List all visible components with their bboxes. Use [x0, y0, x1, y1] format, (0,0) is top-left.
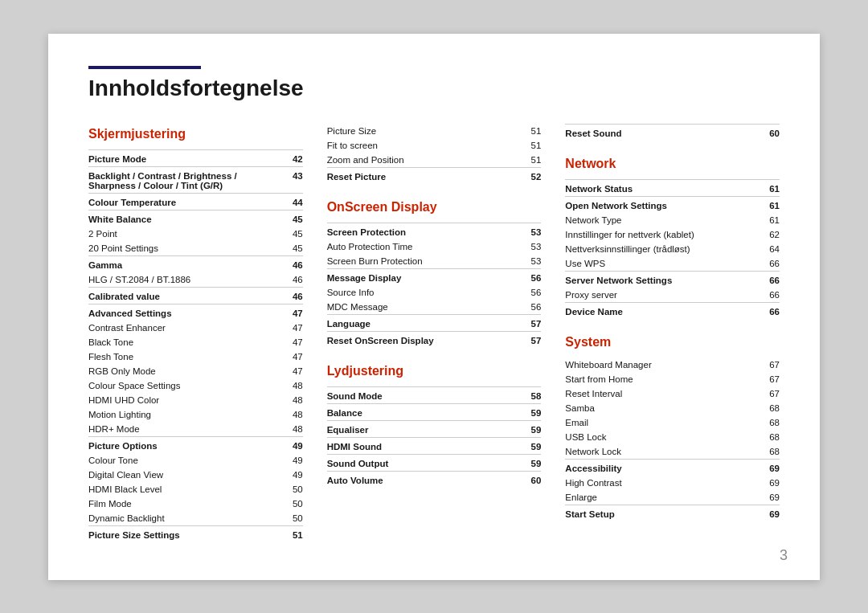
table-row: Picture Size51	[327, 124, 542, 138]
toc-item-page: 47	[284, 349, 303, 364]
table-row: HDMI Sound59	[327, 437, 542, 454]
toc-item-label: Enlarge	[565, 490, 740, 505]
toc-item-page: 59	[490, 437, 542, 454]
toc-item-label: Picture Options	[88, 436, 284, 453]
toc-columns: Skjermjustering Picture Mode42Backlight …	[88, 124, 780, 542]
col3-table2: Whiteboard Manager67Start from Home67Res…	[565, 358, 780, 521]
table-row: Auto Protection Time53	[327, 239, 542, 254]
table-row: Start from Home67	[565, 372, 780, 386]
toc-item-page: 66	[751, 288, 780, 303]
table-row: 2 Point45	[88, 227, 303, 241]
table-row: Network Type61	[565, 213, 780, 227]
toc-item-page: 50	[284, 482, 303, 497]
toc-item-label: Open Network Settings	[565, 196, 751, 213]
toc-item-page: 68	[740, 415, 780, 430]
column-3: Reset Sound60 Network Network Status61Op…	[565, 124, 780, 542]
table-row: Language57	[327, 314, 542, 331]
toc-item-page: 56	[509, 268, 542, 285]
toc-item-page: 48	[284, 407, 303, 422]
table-row: Fit to screen51	[327, 138, 542, 153]
section-lydjustering: Lydjustering	[327, 364, 542, 378]
toc-item-label: Network Type	[565, 213, 751, 227]
toc-item-page: 44	[284, 193, 303, 210]
toc-item-label: Contrast Enhancer	[88, 321, 284, 335]
toc-item-page: 52	[498, 167, 541, 184]
toc-item-page: 67	[740, 386, 780, 401]
table-row: Dynamic Backlight50	[88, 511, 303, 526]
toc-item-label: Network Status	[565, 179, 751, 196]
toc-item-label: Calibrated value	[88, 287, 284, 304]
toc-item-page: 50	[284, 497, 303, 511]
toc-item-page: 61	[751, 179, 780, 196]
table-row: Colour Temperature44	[88, 193, 303, 210]
toc-item-page: 45	[284, 210, 303, 227]
table-row: Zoom and Position51	[327, 153, 542, 168]
toc-item-page: 56	[509, 300, 542, 315]
section-system: System	[565, 335, 780, 349]
toc-item-label: Nettverksinnstillinger (trådløst)	[565, 242, 751, 256]
column-2: Picture Size51Fit to screen51Zoom and Po…	[327, 124, 566, 542]
toc-item-label: Black Tone	[88, 335, 284, 349]
toc-item-label: Reset OnScreen Display	[327, 331, 509, 348]
toc-item-label: Picture Mode	[88, 149, 284, 166]
col1-table: Picture Mode42Backlight / Contrast / Bri…	[88, 149, 303, 542]
toc-item-page: 68	[740, 444, 780, 460]
table-row: Equaliser59	[327, 420, 542, 437]
table-row: Film Mode50	[88, 497, 303, 511]
table-row: Reset Interval67	[565, 386, 780, 401]
table-row: Colour Tone49	[88, 453, 303, 468]
toc-item-page: 69	[740, 490, 780, 505]
toc-item-page: 68	[740, 401, 780, 415]
title-bar	[88, 66, 201, 69]
toc-item-label: Colour Temperature	[88, 193, 284, 210]
toc-item-label: Innstillinger for nettverk (kablet)	[565, 227, 751, 242]
toc-item-page: 47	[284, 304, 303, 321]
page-title: Innholdsfortegnelse	[88, 76, 780, 101]
toc-item-page: 51	[284, 525, 303, 542]
toc-item-label: Picture Size Settings	[88, 525, 284, 542]
table-row: Samba68	[565, 401, 780, 415]
table-row: Nettverksinnstillinger (trådløst)64	[565, 242, 780, 256]
table-row: HDMI Black Level50	[88, 482, 303, 497]
toc-item-label: Reset Interval	[565, 386, 740, 401]
toc-item-label: Device Name	[565, 302, 751, 319]
toc-item-label: Email	[565, 415, 740, 430]
toc-item-page: 69	[740, 459, 780, 476]
toc-item-label: Flesh Tone	[88, 349, 284, 364]
page-number: 3	[780, 547, 788, 564]
table-row: Reset OnScreen Display57	[327, 331, 542, 348]
toc-item-page: 56	[509, 285, 542, 300]
table-row: RGB Only Mode47	[88, 364, 303, 378]
toc-item-label: Network Lock	[565, 444, 740, 460]
toc-item-label: Reset Picture	[327, 167, 498, 184]
toc-item-page: 46	[284, 272, 303, 288]
toc-item-page: 42	[284, 149, 303, 166]
toc-item-label: Backlight / Contrast / Brightness / Shar…	[88, 166, 284, 193]
section-onscreen: OnScreen Display	[327, 200, 542, 215]
toc-item-page: 53	[509, 239, 542, 254]
toc-item-page: 45	[284, 227, 303, 241]
table-row: Calibrated value46	[88, 287, 303, 304]
toc-item-label: Equaliser	[327, 420, 490, 437]
toc-item-label: Server Network Settings	[565, 271, 751, 288]
toc-item-page: 60	[725, 124, 780, 141]
table-row: Screen Burn Protection53	[327, 254, 542, 269]
toc-item-page: 43	[284, 166, 303, 193]
section-network: Network	[565, 157, 780, 171]
col2-table2: Sound Mode58Balance59Equaliser59HDMI Sou…	[327, 386, 542, 488]
toc-item-page: 46	[284, 255, 303, 272]
toc-item-label: Auto Volume	[327, 471, 490, 488]
table-row: Enlarge69	[565, 490, 780, 505]
toc-item-label: 2 Point	[88, 227, 284, 241]
toc-item-page: 51	[498, 124, 541, 138]
toc-item-label: Advanced Settings	[88, 304, 284, 321]
toc-item-label: Picture Size	[327, 124, 498, 138]
col2-table: Screen Protection53Auto Protection Time5…	[327, 223, 542, 348]
table-row: Email68	[565, 415, 780, 430]
toc-item-page: 49	[284, 468, 303, 482]
toc-item-page: 60	[490, 471, 542, 488]
toc-item-page: 48	[284, 422, 303, 437]
toc-item-page: 68	[740, 430, 780, 444]
toc-item-page: 57	[509, 331, 542, 348]
toc-item-label: Reset Sound	[565, 124, 725, 141]
